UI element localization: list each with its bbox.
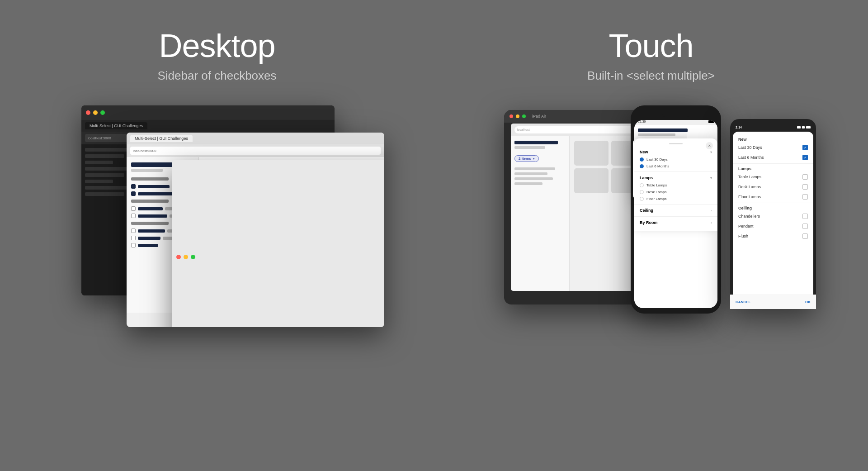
android-list: New Last 30 Days ✓ Last 6 Months ✓ Lamps — [733, 132, 813, 256]
chevron-down-icon-new: ▾ — [710, 150, 712, 154]
android-checkbox-floor[interactable] — [802, 194, 808, 200]
bg-tab-bar: Multi-Select | GUI Challenges — [81, 120, 335, 132]
checkbox-4[interactable] — [131, 214, 136, 218]
minimize-icon[interactable] — [93, 110, 98, 115]
touch-mockup: iPad Air localhost 2 Items — [504, 105, 798, 332]
iphone-dd-header-new[interactable]: New ▾ — [640, 148, 712, 156]
iphone-dd-item-floor[interactable]: Floor Lamps — [640, 195, 712, 202]
iphone-dd-lamps: Lamps ▾ Table Lamps Desk Lamps — [634, 174, 717, 202]
maximize-icon[interactable] — [100, 110, 105, 115]
iphone-status-icons — [708, 120, 714, 123]
ipad-heading — [514, 141, 558, 144]
checkbox-label-4 — [138, 214, 167, 218]
iphone-dd-header-ceiling[interactable]: Ceiling › — [640, 206, 712, 214]
checkbox-7[interactable] — [131, 243, 136, 247]
android-ok-button[interactable]: OK — [805, 300, 811, 304]
android-item-flush[interactable]: Flush — [733, 231, 813, 241]
android-checkbox-flush[interactable] — [802, 233, 808, 239]
checkbox-2[interactable] — [131, 191, 136, 196]
sidebar-sub — [131, 169, 163, 172]
bg-browser-toolbar — [81, 105, 335, 120]
iphone-dd-header-byroom[interactable]: By Room › — [640, 219, 712, 227]
iphone-dropdown: ✕ New ▾ Last 30 Days — [634, 138, 717, 231]
iphone-dd-item-table[interactable]: Table Lamps — [640, 182, 712, 189]
touch-title: Touch — [609, 27, 693, 64]
bg-browser-tab[interactable]: Multi-Select | GUI Challenges — [85, 122, 147, 129]
android-checkbox-last6m[interactable]: ✓ — [802, 155, 808, 160]
iphone-dd-title-byroom: By Room — [640, 220, 658, 225]
iphone-radio-last30[interactable] — [640, 157, 644, 162]
android-checkbox-last30[interactable]: ✓ — [802, 145, 808, 150]
fg-browser-tab[interactable]: Multi-Select | GUI Challenges — [130, 135, 193, 142]
fg-address-text: localhost:3000 — [133, 149, 156, 153]
ipad-sidebar-item-1 — [514, 167, 555, 170]
android-label-last6m: Last 6 Months — [738, 155, 764, 160]
iphone-dd-label-desk: Desk Lamps — [646, 190, 666, 194]
android-item-last6m[interactable]: Last 6 Months ✓ — [733, 152, 813, 162]
sidebar-section-ceiling — [131, 222, 169, 225]
left-section: Desktop Sidebar of checkboxes Multi-Sele… — [0, 0, 434, 471]
fg-browser-toolbar — [172, 160, 384, 327]
iphone-dd-label-last6m: Last 6 Months — [646, 164, 669, 168]
android-cancel-button[interactable]: CANCEL — [736, 300, 750, 304]
ipad-grid-cell-1 — [574, 141, 609, 166]
fg-address-bar: localhost:3000 — [127, 144, 384, 157]
iphone-dd-item-desk[interactable]: Desk Lamps — [640, 189, 712, 195]
android-status-icons — [797, 126, 811, 128]
iphone-device: 11:39 3 Items ▾ — [631, 105, 721, 314]
android-checkbox-pendant[interactable] — [802, 224, 808, 229]
iphone-dd-divider-2 — [634, 204, 717, 205]
android-checkbox-desk[interactable] — [802, 184, 808, 190]
sidebar-section-new — [131, 177, 169, 181]
iphone-dd-item-last30[interactable]: Last 30 Days — [640, 156, 712, 163]
android-item-table[interactable]: Table Lamps — [733, 172, 813, 182]
page-container: Desktop Sidebar of checkboxes Multi-Sele… — [0, 0, 868, 471]
android-label-pendant: Pendant — [738, 224, 754, 228]
iphone-notch-area — [634, 111, 717, 120]
iphone-screen: 11:39 3 Items ▾ — [634, 120, 717, 308]
ipad-minimize-icon[interactable] — [516, 114, 519, 118]
iphone-dd-label-table: Table Lamps — [646, 183, 667, 187]
iphone-radio-floor[interactable] — [640, 197, 644, 201]
fg-address-input[interactable]: localhost:3000 — [130, 147, 381, 155]
checkbox-label-5 — [138, 229, 165, 233]
close-button[interactable]: ✕ — [706, 142, 713, 149]
iphone-dd-label-last30: Last 30 Days — [646, 157, 668, 162]
android-label-floor: Floor Lamps — [738, 195, 761, 199]
iphone-dd-item-last6m[interactable]: Last 6 Months — [640, 163, 712, 170]
android-bottom-bar: CANCEL OK — [733, 295, 813, 304]
iphone-dd-new: New ▾ Last 30 Days Last 6 Months — [634, 148, 717, 170]
close-icon[interactable] — [86, 110, 90, 115]
iphone-radio-last6m[interactable] — [640, 164, 644, 168]
checkbox-6[interactable] — [131, 236, 136, 240]
ipad-close-icon[interactable] — [509, 114, 513, 118]
android-label-last30: Last 30 Days — [738, 145, 762, 150]
ipad-maximize-icon[interactable] — [522, 114, 526, 118]
iphone-handle — [669, 143, 683, 144]
checkbox-1[interactable] — [131, 184, 136, 189]
android-item-last30[interactable]: Last 30 Days ✓ — [733, 143, 813, 152]
checkbox-5[interactable] — [131, 228, 136, 233]
checkbox-3[interactable] — [131, 206, 136, 211]
android-item-chandeliers[interactable]: Chandeliers — [733, 211, 813, 221]
fg-minimize-icon[interactable] — [184, 255, 188, 259]
android-checkbox-chandeliers[interactable] — [802, 214, 808, 219]
android-item-pendant[interactable]: Pendant — [733, 221, 813, 231]
iphone-radio-desk[interactable] — [640, 190, 644, 194]
android-item-desk[interactable]: Desk Lamps — [733, 182, 813, 192]
bg-address-text: localhost:3000 — [88, 136, 111, 140]
fg-close-icon[interactable] — [176, 255, 181, 259]
android-status-bar: 2:14 — [733, 124, 813, 131]
wifi-icon — [802, 126, 805, 128]
ipad-filter-text: 2 Items — [519, 157, 531, 161]
iphone-dd-header-lamps[interactable]: Lamps ▾ — [640, 174, 712, 182]
ipad-filter-badge[interactable]: 2 Items ▾ — [514, 155, 539, 162]
android-checkbox-table[interactable] — [802, 174, 808, 180]
ipad-sidebar-item-3 — [514, 177, 553, 180]
android-section-lamps: Lamps — [733, 165, 813, 172]
iphone-radio-table[interactable] — [640, 183, 644, 187]
android-item-floor[interactable]: Floor Lamps — [733, 192, 813, 202]
bg-sidebar-item-5 — [85, 173, 124, 177]
iphone-dd-divider-3 — [634, 216, 717, 217]
fg-maximize-icon[interactable] — [191, 255, 195, 259]
